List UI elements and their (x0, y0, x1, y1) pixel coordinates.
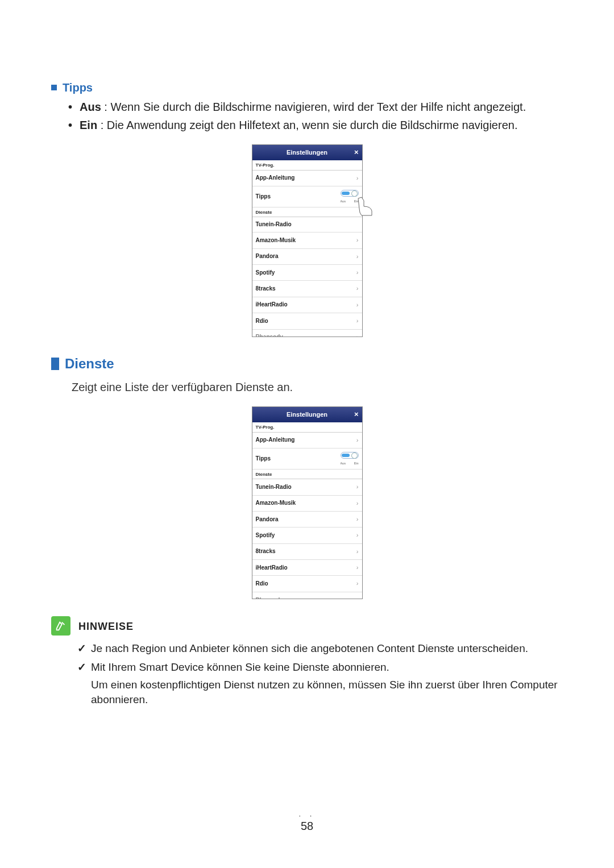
phone2-iheart-label: iHeartRadio (256, 564, 288, 572)
phone1-app-anleitung-label: App-Anleitung (256, 174, 295, 182)
dienste-heading-text: Dienste (65, 354, 114, 373)
page-number: 58 (301, 820, 313, 832)
chevron-right-icon: › (356, 579, 359, 588)
bullet-square-icon (51, 358, 59, 370)
phone2-rhapsody-label: Rhapsody (256, 596, 283, 599)
phone2-app-anleitung-row[interactable]: App-Anleitung › (252, 433, 362, 448)
phone2-tunein-row[interactable]: Tunein-Radio › (252, 479, 362, 495)
phone1-iheart-label: iHeartRadio (256, 301, 288, 309)
phone1-tunein-label: Tunein-Radio (256, 221, 292, 229)
pointer-hand-icon (354, 195, 376, 218)
toggle-switch[interactable] (341, 452, 359, 459)
toggle-labels: Aus Ein (341, 462, 359, 466)
phone2-spotify-label: Spotify (256, 531, 275, 539)
dienste-heading: Dienste (51, 354, 563, 373)
phone1-tunein-row[interactable]: Tunein-Radio (252, 217, 362, 232)
chevron-right-icon: › (356, 436, 359, 445)
tipps-ein-prefix: Ein (80, 119, 97, 131)
phone1-header: Einstellungen × (252, 145, 362, 160)
tipps-list: Aus : Wenn Sie durch die Bildschirme nav… (51, 99, 563, 133)
toggle-bar (342, 192, 350, 195)
phone-screenshot-1: Einstellungen × TV-Prog. App-Anleitung ›… (252, 144, 363, 337)
close-icon[interactable]: × (354, 409, 359, 420)
phone2-rdio-row[interactable]: Rdio › (252, 576, 362, 592)
phone1-rdio-row[interactable]: Rdio › (252, 313, 362, 329)
phone2-tipps-row[interactable]: Tipps Aus Ein (252, 448, 362, 470)
phone1-amazon-label: Amazon-Musik (256, 236, 296, 244)
chevron-right-icon: › (356, 317, 359, 325)
phone2-body: TV-Prog. App-Anleitung › Tipps Aus Ein D… (252, 422, 362, 599)
phone2-rhapsody-row[interactable]: Rhapsody › (252, 592, 362, 599)
tipps-heading-text: Tipps (63, 80, 93, 95)
chevron-right-icon: › (356, 596, 359, 599)
phone2-iheart-row[interactable]: iHeartRadio › (252, 560, 362, 576)
phone2-tipps-label: Tipps (256, 455, 271, 463)
phone1-iheart-row[interactable]: iHeartRadio › (252, 297, 362, 313)
phone-screenshot-2: Einstellungen × TV-Prog. App-Anleitung ›… (252, 406, 363, 599)
tipps-item-aus: Aus : Wenn Sie durch die Bildschirme nav… (80, 99, 563, 115)
phone1-spotify-row[interactable]: Spotify › (252, 265, 362, 281)
page-number-block: · · 58 (0, 813, 614, 834)
phone1-app-anleitung-row[interactable]: App-Anleitung › (252, 171, 362, 186)
chevron-right-icon: › (356, 333, 359, 337)
hinweis-item-1: Je nach Region und Anbieter können sich … (91, 641, 563, 657)
phone1-title: Einstellungen (287, 149, 327, 156)
phone1-spotify-label: Spotify (256, 269, 275, 277)
phone1-pandora-label: Pandora (256, 252, 279, 260)
hinweise-title: HINWEISE (78, 620, 134, 636)
phone2-toggle-wrap[interactable]: Aus Ein (341, 452, 359, 466)
chevron-right-icon: › (356, 268, 359, 277)
tipps-heading: Tipps (51, 80, 563, 95)
phone1-8tracks-label: 8tracks (256, 285, 276, 293)
chevron-right-icon: › (356, 563, 359, 572)
phone2-spotify-row[interactable]: Spotify › (252, 528, 362, 543)
chevron-right-icon: › (356, 531, 359, 539)
phone2-8tracks-row[interactable]: 8tracks › (252, 544, 362, 560)
phone1-rhapsody-row[interactable]: Rhapsody › (252, 330, 362, 337)
toggle-left: Aus (341, 200, 346, 203)
phone2-title: Einstellungen (287, 411, 327, 418)
phone2-group1-label: TV-Prog. (252, 422, 362, 432)
phone2-header: Einstellungen × (252, 407, 362, 422)
hinweise-list: Je nach Region und Anbieter können sich … (51, 641, 563, 675)
phone2-app-anleitung-label: App-Anleitung (256, 436, 295, 444)
bullet-square-icon (51, 85, 57, 90)
tipps-aus-prefix: Aus (80, 101, 101, 113)
phone1-group2-label: Dienste (252, 207, 362, 217)
phone1-group1-label: TV-Prog. (252, 160, 362, 170)
phone1-tipps-row[interactable]: Tipps Aus Ein (252, 186, 362, 207)
phone1-body: TV-Prog. App-Anleitung › Tipps Aus Ein D… (252, 160, 362, 337)
toggle-bar (342, 454, 350, 457)
phone1-pandora-row[interactable]: Pandora › (252, 249, 362, 265)
tipps-item-ein: Ein : Die Anwendung zeigt den Hilfetext … (80, 117, 563, 133)
phone1-amazon-row[interactable]: Amazon-Musik › (252, 232, 362, 248)
phone2-8tracks-label: 8tracks (256, 547, 276, 555)
toggle-left: Aus (341, 462, 346, 466)
hinweis-item-2: Mit Ihrem Smart Device können Sie keine … (91, 660, 563, 675)
hinweis-subline: Um einen kostenpflichtigen Dienst nutzen… (51, 678, 563, 708)
chevron-right-icon: › (356, 301, 359, 309)
hinweise-block: HINWEISE (51, 616, 563, 636)
phone1-rhapsody-label: Rhapsody (256, 333, 283, 337)
tipps-aus-text: : Wenn Sie durch die Bildschirme navigie… (101, 101, 526, 113)
chevron-right-icon: › (356, 499, 359, 508)
toggle-right: Ein (354, 462, 359, 466)
phone1-tipps-label: Tipps (256, 193, 271, 201)
dienste-para: Zeigt eine Liste der verfügbaren Dienste… (51, 379, 563, 395)
phone2-pandora-row[interactable]: Pandora › (252, 512, 362, 528)
page-dots: · · (0, 813, 614, 818)
phone2-amazon-row[interactable]: Amazon-Musik › (252, 496, 362, 512)
tipps-ein-text: : Die Anwendung zeigt den Hilfetext an, … (97, 119, 517, 131)
phone2-rdio-label: Rdio (256, 580, 268, 588)
chevron-right-icon: › (356, 284, 359, 293)
chevron-right-icon: › (356, 252, 359, 261)
phone2-amazon-label: Amazon-Musik (256, 499, 296, 507)
close-icon[interactable]: × (354, 147, 359, 157)
phone1-rdio-label: Rdio (256, 317, 268, 325)
chevron-right-icon: › (356, 547, 359, 556)
toggle-knob (351, 452, 358, 459)
phone1-8tracks-row[interactable]: 8tracks › (252, 281, 362, 297)
phone2-tunein-label: Tunein-Radio (256, 483, 292, 491)
note-icon (51, 616, 70, 636)
chevron-right-icon: › (356, 174, 359, 182)
